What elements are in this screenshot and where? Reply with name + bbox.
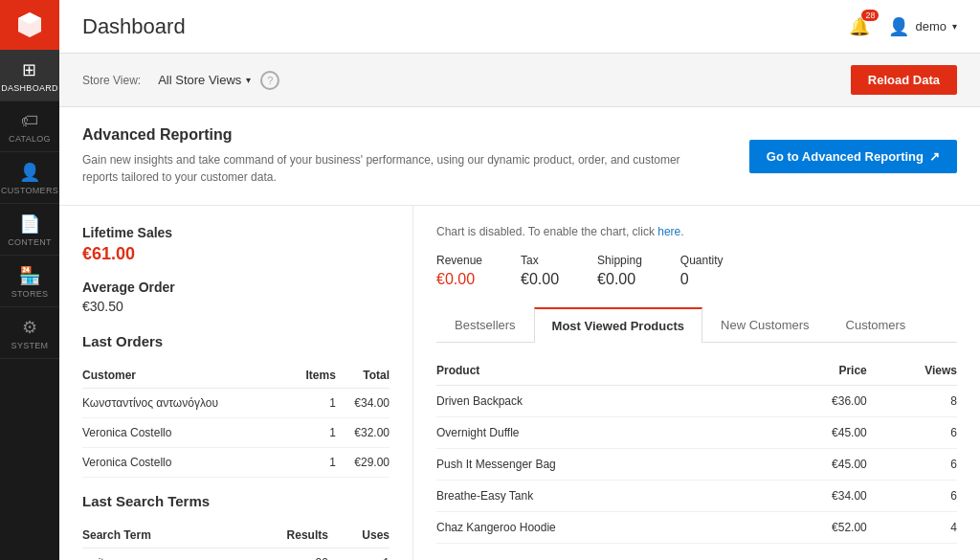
order-total: €32.00 xyxy=(336,418,390,448)
sidebar-item-dashboard[interactable]: ⊞ Dashboard xyxy=(0,50,59,101)
content-area: Store View: All Store Views ▾ ? Reload D… xyxy=(59,54,980,560)
order-customer: Κωνσταντίνος αντωνόγλου xyxy=(82,389,290,418)
sidebar-item-customers-label: Customers xyxy=(1,186,58,195)
content-icon: 📄 xyxy=(19,213,40,235)
store-view-controls: Store View: All Store Views ▾ ? xyxy=(82,71,279,90)
order-items: 1 xyxy=(290,389,336,418)
table-row: Push It Messenger Bag €45.00 6 xyxy=(436,449,957,481)
system-icon: ⚙ xyxy=(22,317,37,338)
metrics-row: Revenue €0.00 Tax €0.00 Shipping €0.00 Q… xyxy=(436,254,957,288)
tab-new-customers[interactable]: New Customers xyxy=(702,307,827,343)
product-views: 6 xyxy=(867,417,957,449)
lifetime-sales: Lifetime Sales €61.00 xyxy=(82,225,390,264)
table-row: Driven Backpack €36.00 8 xyxy=(436,386,957,417)
sidebar-item-content[interactable]: 📄 Content xyxy=(0,204,59,256)
advanced-reporting-title: Advanced Reporting xyxy=(82,126,714,144)
search-results: 30 xyxy=(235,549,328,561)
chart-disabled-message: Chart is disabled. To enable the chart, … xyxy=(436,225,957,238)
sidebar-item-catalog-label: Catalog xyxy=(9,134,51,144)
tab-bestsellers[interactable]: Bestsellers xyxy=(436,307,534,343)
product-price: €36.00 xyxy=(769,386,867,417)
sidebar-item-customers[interactable]: 👤 Customers xyxy=(0,152,59,204)
most-viewed-products-table: Product Price Views Driven Backpack €36.… xyxy=(436,356,957,544)
store-view-label: Store View: xyxy=(82,74,141,87)
store-view-value: All Store Views xyxy=(158,73,241,87)
sidebar-logo[interactable] xyxy=(0,0,59,50)
last-search-terms-section: Last Search Terms Search Term Results Us… xyxy=(82,478,390,560)
product-views: 8 xyxy=(867,386,957,417)
table-row: sprite yoga 30 1 xyxy=(82,549,390,561)
dropdown-chevron-icon: ▾ xyxy=(246,75,251,85)
sidebar-item-system[interactable]: ⚙ System xyxy=(0,307,59,359)
table-row: Breathe-Easy Tank €34.00 6 xyxy=(436,481,957,512)
sidebar-item-stores[interactable]: 🏪 Stores xyxy=(0,256,59,307)
help-icon[interactable]: ? xyxy=(260,71,279,90)
tab-customers[interactable]: Customers xyxy=(828,307,924,343)
user-avatar-icon: 👤 xyxy=(888,16,909,37)
last-search-terms-title: Last Search Terms xyxy=(82,493,390,509)
page-header: Dashboard 🔔 28 👤 demo ▾ xyxy=(59,0,980,54)
metric-value: €0.00 xyxy=(597,271,642,288)
table-row: Veronica Costello 1 €29.00 xyxy=(82,448,390,478)
product-name: Driven Backpack xyxy=(436,386,769,417)
toolbar: Store View: All Store Views ▾ ? Reload D… xyxy=(59,54,980,107)
product-views: 6 xyxy=(867,449,957,481)
orders-col-items: Items xyxy=(290,363,336,389)
header-actions: 🔔 28 👤 demo ▾ xyxy=(844,11,957,42)
advanced-reporting-section: Advanced Reporting Gain new insights and… xyxy=(59,107,980,206)
table-row: Overnight Duffle €45.00 6 xyxy=(436,417,957,449)
product-price: €45.00 xyxy=(769,449,867,481)
search-uses: 1 xyxy=(328,549,390,561)
sidebar-item-catalog[interactable]: 🏷 Catalog xyxy=(0,101,59,152)
metric-value: €0.00 xyxy=(521,271,559,288)
metric-label: Quantity xyxy=(680,254,724,267)
search-col-uses: Uses xyxy=(328,523,390,549)
reload-data-button[interactable]: Reload Data xyxy=(851,65,957,95)
search-col-term: Search Term xyxy=(82,523,235,549)
last-orders-table: Customer Items Total Κωνσταντίνος αντωνό… xyxy=(82,363,390,478)
chart-enable-link[interactable]: here xyxy=(657,225,680,238)
user-menu-button[interactable]: 👤 demo ▾ xyxy=(888,16,957,37)
chevron-down-icon: ▾ xyxy=(952,21,957,32)
notifications-button[interactable]: 🔔 28 xyxy=(844,11,875,42)
stores-icon: 🏪 xyxy=(19,265,40,286)
user-name: demo xyxy=(915,19,947,34)
sidebar-item-system-label: System xyxy=(11,341,49,350)
metric-item: Tax €0.00 xyxy=(521,254,559,288)
catalog-icon: 🏷 xyxy=(21,111,38,131)
chart-disabled-post: . xyxy=(680,225,683,238)
average-order: Average Order €30.50 xyxy=(82,280,390,314)
sidebar: ⊞ Dashboard 🏷 Catalog 👤 Customers 📄 Cont… xyxy=(0,0,59,560)
advanced-reporting-text: Advanced Reporting Gain new insights and… xyxy=(82,126,714,186)
store-view-select[interactable]: All Store Views ▾ xyxy=(158,73,251,87)
order-total: €29.00 xyxy=(336,448,390,478)
last-search-terms-table: Search Term Results Uses sprite yoga 30 … xyxy=(82,523,390,560)
table-row: Veronica Costello 1 €32.00 xyxy=(82,418,390,448)
customers-icon: 👤 xyxy=(19,162,40,183)
tab-most-viewed[interactable]: Most Viewed Products xyxy=(534,307,702,343)
external-link-icon: ↗ xyxy=(929,149,940,164)
average-order-label: Average Order xyxy=(82,280,390,295)
main-content: Dashboard 🔔 28 👤 demo ▾ Store View: All … xyxy=(59,0,980,560)
dashboard-icon: ⊞ xyxy=(22,59,36,80)
sidebar-item-stores-label: Stores xyxy=(11,289,49,299)
metric-item: Shipping €0.00 xyxy=(597,254,642,288)
metric-label: Revenue xyxy=(436,254,482,267)
order-items: 1 xyxy=(290,418,336,448)
metric-item: Revenue €0.00 xyxy=(436,254,482,288)
metric-label: Shipping xyxy=(597,254,642,267)
lifetime-sales-value: €61.00 xyxy=(82,244,390,264)
metric-label: Tax xyxy=(521,254,559,267)
last-orders-title: Last Orders xyxy=(82,333,390,349)
table-row: Κωνσταντίνος αντωνόγλου 1 €34.00 xyxy=(82,389,390,418)
order-customer: Veronica Costello xyxy=(82,448,290,478)
product-price: €52.00 xyxy=(769,512,867,544)
go-to-advanced-reporting-button[interactable]: Go to Advanced Reporting ↗ xyxy=(749,140,957,173)
orders-col-total: Total xyxy=(336,363,390,389)
tab-content: Product Price Views Driven Backpack €36.… xyxy=(436,343,957,544)
product-views: 4 xyxy=(867,512,957,544)
metric-value: €0.00 xyxy=(436,271,482,288)
metric-item: Quantity 0 xyxy=(680,254,724,288)
tabs-header: BestsellersMost Viewed ProductsNew Custo… xyxy=(436,307,957,343)
chart-disabled-pre: Chart is disabled. To enable the chart, … xyxy=(436,225,657,238)
